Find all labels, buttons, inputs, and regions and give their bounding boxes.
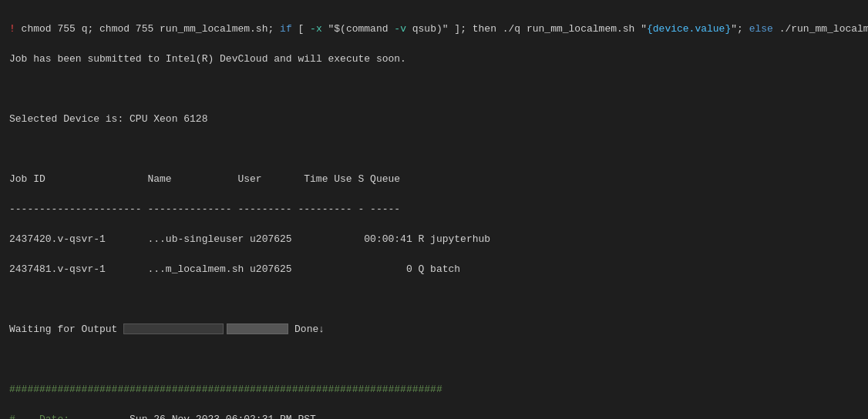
progress-dark [123, 323, 224, 334]
blank-line-3 [9, 292, 859, 307]
blank-line-1 [9, 82, 859, 97]
cmd-if: if [280, 23, 292, 35]
table-header-line: Job ID Name User Time Use S Queue [9, 172, 859, 187]
table-sep-line: ---------------------- -------------- --… [9, 202, 859, 217]
blank-line-4 [9, 352, 859, 367]
blank-line-2 [9, 142, 859, 157]
table-row1-line: 2437420.v-qsvr-1 ...ub-singleuser u20762… [9, 232, 859, 247]
cmd-flag: -x [310, 23, 322, 35]
progress-gray [227, 323, 288, 334]
hash1: ########################################… [9, 382, 859, 397]
table-row2-line: 2437481.v-qsvr-1 ...m_localmem.sh u20762… [9, 262, 859, 277]
progress-bar [123, 323, 288, 334]
command-line: ! chmod 755 q; chmod 755 run_mm_localmem… [9, 22, 859, 37]
terminal-output: ! chmod 755 q; chmod 755 run_mm_localmem… [9, 6, 859, 419]
date-line: # Date: Sun 26 Nov 2023 06:02:31 PM PST [9, 412, 859, 420]
selected-device-line: Selected Device is: CPU Xeon 6128 [9, 112, 859, 127]
cmd-chmod: chmod 755 q; chmod 755 run_mm_localmem.s… [15, 23, 280, 35]
job-submitted-line: Job has been submitted to Intel(R) DevCl… [9, 52, 859, 67]
cmd-else: else [749, 23, 773, 35]
waiting-line: Waiting for Output Done↓ [9, 322, 859, 337]
exclaim: ! [9, 23, 15, 35]
